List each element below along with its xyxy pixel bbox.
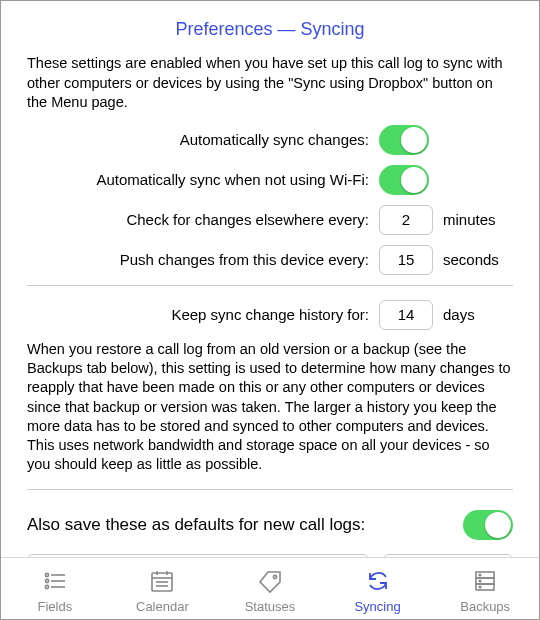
- row-auto-sync-nowifi: Automatically sync when not using Wi-Fi:: [27, 165, 513, 195]
- auto-sync-nowifi-label: Automatically sync when not using Wi-Fi:: [27, 171, 379, 188]
- row-save-defaults: Also save these as defaults for new call…: [27, 504, 513, 550]
- auto-sync-nowifi-toggle[interactable]: [379, 165, 429, 195]
- check-every-label: Check for changes elsewhere every:: [27, 211, 379, 228]
- calendar-icon: [148, 568, 176, 597]
- push-every-unit: seconds: [443, 251, 499, 268]
- row-keep-history: Keep sync change history for: days: [27, 300, 513, 330]
- check-every-input[interactable]: [379, 205, 433, 235]
- keep-history-explain: When you restore a call log from an old …: [27, 340, 513, 475]
- page-title: Preferences — Syncing: [27, 19, 513, 40]
- tab-fields[interactable]: Fields: [1, 558, 109, 619]
- svg-point-17: [479, 580, 481, 582]
- tab-fields-label: Fields: [37, 599, 72, 614]
- tab-calendar-label: Calendar: [136, 599, 189, 614]
- sync-icon: [364, 568, 392, 597]
- backups-icon: [471, 568, 499, 597]
- push-every-label: Push changes from this device every:: [27, 251, 379, 268]
- row-check-every: Check for changes elsewhere every: minut…: [27, 205, 513, 235]
- divider-2: [27, 489, 513, 490]
- intro-text: These settings are enabled when you have…: [27, 54, 513, 113]
- tab-backups-label: Backups: [460, 599, 510, 614]
- row-push-every: Push changes from this device every: sec…: [27, 245, 513, 275]
- svg-point-18: [479, 586, 481, 588]
- svg-point-0: [45, 573, 48, 576]
- divider-1: [27, 285, 513, 286]
- keep-history-unit: days: [443, 306, 475, 323]
- keep-history-input[interactable]: [379, 300, 433, 330]
- svg-point-4: [45, 585, 48, 588]
- fields-icon: [41, 568, 69, 597]
- svg-point-16: [479, 574, 481, 576]
- save-defaults-label: Also save these as defaults for new call…: [27, 515, 365, 535]
- tab-backups[interactable]: Backups: [431, 558, 539, 619]
- keep-history-label: Keep sync change history for:: [27, 306, 379, 323]
- row-auto-sync: Automatically sync changes:: [27, 125, 513, 155]
- tab-syncing-label: Syncing: [354, 599, 400, 614]
- tab-calendar[interactable]: Calendar: [109, 558, 217, 619]
- tab-bar: Fields Calendar Statuses: [1, 557, 539, 619]
- svg-point-2: [45, 579, 48, 582]
- auto-sync-label: Automatically sync changes:: [27, 131, 379, 148]
- tag-icon: [256, 568, 284, 597]
- save-defaults-toggle[interactable]: [463, 510, 513, 540]
- check-every-unit: minutes: [443, 211, 496, 228]
- svg-point-12: [273, 575, 276, 578]
- auto-sync-toggle[interactable]: [379, 125, 429, 155]
- tab-statuses-label: Statuses: [245, 599, 296, 614]
- tab-syncing[interactable]: Syncing: [324, 558, 432, 619]
- push-every-input[interactable]: [379, 245, 433, 275]
- tab-statuses[interactable]: Statuses: [216, 558, 324, 619]
